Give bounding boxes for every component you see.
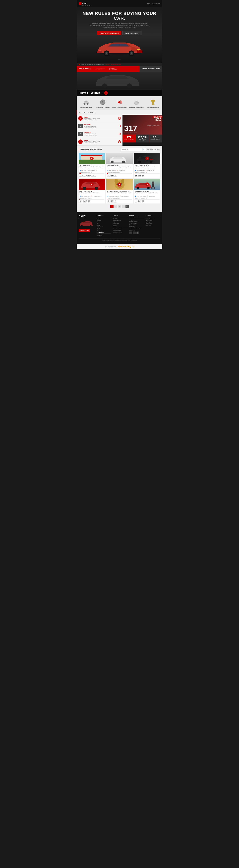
progress-bar — [107, 199, 132, 200]
footer-links-grid: VEHICLES Avenger Challenger Charger Dart… — [97, 215, 160, 236]
step-4-label: PARTS GET SPONSORED. — [129, 107, 144, 108]
registry-card[interactable]: ZBT 'S REGISTRY USC Fraternity, Zeta Bet… — [79, 153, 105, 178]
registry-desc: Our friend, Jody, is undergoing breast c… — [79, 192, 104, 195]
page-last-button[interactable]: 721 — [126, 205, 129, 208]
footer-link[interactable]: Challenger — [97, 220, 111, 221]
footer-link[interactable]: Multimedia Center — [129, 221, 144, 222]
footer-link[interactable]: Newsletter Signup — [129, 223, 144, 224]
page-2-button[interactable]: 2 — [114, 205, 117, 208]
progress-bar-fill — [79, 199, 80, 200]
footer-owners-col: OWNERS Owner Blog Log In Getting Started… — [145, 215, 160, 236]
play-button-icon[interactable] — [145, 182, 149, 186]
registry-card[interactable]: JODY'S REGISTRY Our friend, Jody, is und… — [79, 179, 105, 204]
days-stat: 60 DAYS LEFT — [91, 175, 96, 177]
youtube-icon[interactable]: ▶ — [136, 231, 139, 234]
svg-point-30 — [122, 161, 125, 163]
amount-stat: $240 RAISED — [110, 200, 114, 203]
activity-user-name: SHANNON — [84, 124, 118, 126]
footer-link[interactable]: Find a Dealer — [113, 223, 128, 224]
registry-name: ZBT 'S REGISTRY — [79, 165, 104, 166]
footer-link[interactable]: Offers & Incentives — [113, 228, 128, 229]
footer-link[interactable]: Grand Caravan — [97, 226, 111, 227]
footer-link[interactable]: How It Works — [113, 218, 128, 219]
registry-card[interactable]: MICHAEL'S REGISTRY The Dart would be per… — [134, 179, 160, 204]
play-button-icon[interactable] — [118, 182, 121, 186]
svg-rect-33 — [150, 159, 153, 160]
svg-point-14 — [87, 103, 88, 105]
registry-location: LOS ANGELES, CA — [88, 170, 97, 171]
footer-link[interactable]: Avenger — [97, 218, 111, 219]
step-5-icon — [150, 99, 157, 106]
search-bar[interactable]: 🔍 — [120, 148, 146, 151]
header-nav: FAQ REGISTER — [148, 3, 160, 4]
nav-customize[interactable]: CUSTOMIZE YOUR DART — [140, 66, 162, 72]
search-input[interactable] — [122, 149, 141, 150]
watermark-logo: www.woofeng.cn — [118, 245, 134, 248]
footer-link[interactable]: Owner Blog Log In — [145, 218, 160, 219]
registry-card[interactable]: THE PIXIE PROJECT'S REGISTRY We would lo… — [106, 179, 133, 204]
page-3-button[interactable]: 3 — [118, 205, 121, 208]
footer-link[interactable]: Getting Started — [145, 220, 160, 221]
footer-link[interactable]: MyGarage — [145, 221, 160, 223]
faq-link[interactable]: FAQ — [148, 3, 151, 4]
registry-meta: 👤 THE PIXIE PROJECT 📍 PORTLAND, OR — [107, 195, 132, 197]
how-play-button[interactable] — [104, 91, 108, 95]
registry-card[interactable]: EUCLIDES' REGISTRY P 30,000 people can d… — [134, 153, 160, 178]
footer-link[interactable]: FAQ — [113, 221, 128, 223]
facebook-icon[interactable]: f — [129, 231, 132, 234]
step-3-label: SHARE YOUR REGISTRY. — [112, 107, 127, 108]
footer-link[interactable]: Dart — [97, 223, 111, 224]
days-stat: 79 DAYS — [142, 175, 144, 177]
nav-activity-feed[interactable]: ACTIVITY FEED — [92, 66, 107, 72]
activity-time: 5 WEEKS 30 MINUTES AGO — [84, 142, 117, 144]
explore-dart-button[interactable]: EXPLORE DART — [79, 229, 90, 232]
footer-link[interactable]: Woodward Avenue Stage — [129, 227, 144, 228]
footer-link[interactable]: Financial Services — [113, 230, 128, 231]
play-button-icon[interactable] — [145, 157, 149, 160]
logo[interactable]: DART REGISTRY — [79, 1, 91, 6]
how-title: HOW IT WORKS — [79, 91, 103, 95]
nav-browse-registries[interactable]: BROWSE REGISTRIES — [107, 66, 119, 72]
nav-how-it-works[interactable]: HOW IT WORKS — [77, 66, 92, 72]
twitter-icon[interactable]: t — [133, 231, 136, 234]
footer-link[interactable]: Motorsports — [129, 226, 144, 227]
create-registry-button[interactable]: CREATE YOUR REGISTRY — [97, 31, 122, 35]
activity-item: J JAKE REGISTRY IS ENDING SOON 2 WEEKS 0… — [77, 115, 123, 122]
notif-link[interactable]: CLOSED · MONTREAL CAR — [105, 64, 121, 65]
location-icon: 📍 — [145, 170, 147, 171]
play-button-icon[interactable] — [90, 157, 94, 160]
step-1-label: CUSTOMIZE A DART. — [78, 107, 94, 108]
footer-link[interactable]: Certified Pre-Owned — [113, 231, 128, 233]
svg-point-9 — [103, 55, 110, 56]
footer-link[interactable]: Viper — [97, 229, 111, 230]
svg-point-52 — [148, 187, 150, 189]
footer-link[interactable]: Durango — [97, 224, 111, 226]
page-1-button[interactable]: 1 — [110, 205, 113, 208]
activity-feed-container: J JAKE REGISTRY IS ENDING SOON 2 WEEKS 0… — [77, 115, 162, 146]
how-it-works-section: HOW IT WORKS — [77, 72, 162, 96]
activity-stats-row: 279 TOTAL SPONSORS 337,554 TOTAL PARTS A… — [123, 134, 162, 143]
amount-stat: $614 RAISED — [110, 175, 114, 177]
progress-bar — [79, 173, 104, 174]
footer-link[interactable]: Journey — [97, 228, 111, 229]
play-button-icon[interactable] — [90, 182, 94, 186]
footer-link[interactable]: Design Partners — [129, 224, 144, 225]
stat-sponsors-label: TOTAL SPONSORS — [124, 139, 135, 140]
activity-list: J JAKE REGISTRY IS ENDING SOON 2 WEEKS 0… — [77, 115, 123, 146]
total-parts-label: TOTAL PARTS FUNDED — [124, 132, 137, 133]
footer-link[interactable]: Build & Price — [97, 235, 111, 236]
funding-progress-label: FUNDING PROGRESS: 1% — [79, 197, 104, 199]
footer-link[interactable]: Dodge Social — [129, 219, 144, 221]
footer-link[interactable]: Owner Benefits — [145, 223, 160, 224]
amount-stat: $4,670 RAISED — [86, 175, 90, 177]
registry-card[interactable]: JEFF'S REGISTRY Give to someone in need.… — [106, 153, 133, 178]
register-link[interactable]: REGISTER — [152, 3, 160, 4]
footer-link[interactable]: Charger — [97, 221, 111, 223]
footer-link[interactable]: Find a Dealer — [145, 224, 160, 226]
registry-info: MICHAEL'S REGISTRY The Dart would be per… — [134, 190, 160, 204]
timer-icon — [118, 117, 121, 120]
activity-item: SH SHANNON RECEIVED FUNDING 4 WEEKS 42 M… — [77, 122, 123, 130]
footer-link[interactable]: Browse Registries — [113, 220, 128, 221]
progress-bar-fill — [79, 173, 81, 174]
fund-registry-button[interactable]: FUND A REGISTRY — [123, 31, 142, 35]
